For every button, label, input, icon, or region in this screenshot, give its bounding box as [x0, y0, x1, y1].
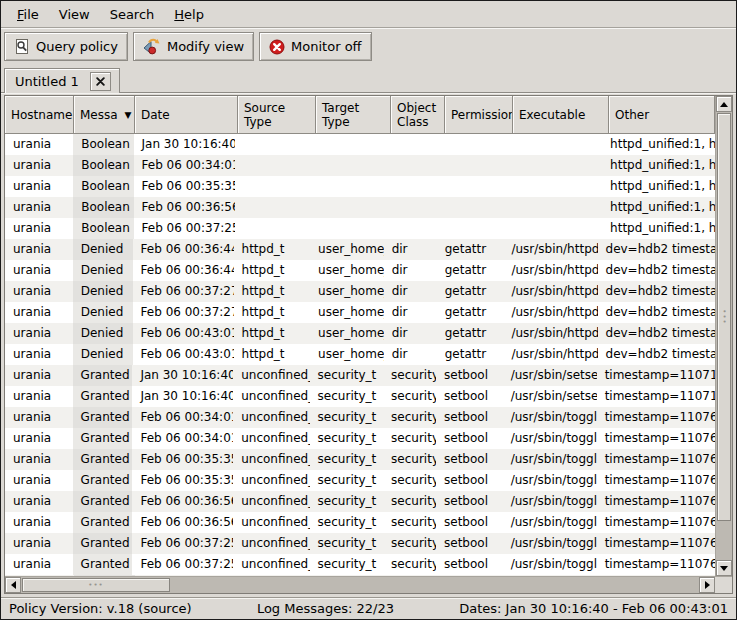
menubar: File View Search Help [1, 1, 736, 28]
table-row[interactable]: uraniaDeniedFeb 06 00:43:01httpd_tuser_h… [5, 344, 715, 365]
cell-source_type: httpd_t [234, 302, 311, 323]
cell-target_type: security_t [310, 512, 383, 533]
cell-message: Granted [73, 491, 133, 512]
column-header-message[interactable]: Messa▼ [74, 96, 135, 134]
cell-target_type: security_t [310, 491, 383, 512]
column-header-permission[interactable]: Permission [445, 96, 513, 134]
cell-target_type [312, 176, 386, 197]
seaudit-window: File View Search Help Query policy Modif… [0, 0, 737, 620]
cell-message: Denied [73, 344, 133, 365]
cell-message: Granted [73, 533, 133, 554]
monitor-off-button[interactable]: Monitor off [259, 32, 371, 61]
cell-object_class: security [383, 491, 436, 512]
table-row[interactable]: uraniaDeniedFeb 06 00:43:01httpd_tuser_h… [5, 323, 715, 344]
cell-message: Granted [73, 470, 133, 491]
cell-source_type: unconfined_ [233, 365, 309, 386]
horizontal-scroll-thumb[interactable]: ••• [22, 578, 170, 592]
menu-help[interactable]: Help [164, 3, 214, 26]
cell-object_class [387, 176, 440, 197]
cell-other: timestamp=11076 [597, 554, 715, 575]
tab-close-button[interactable] [90, 72, 111, 91]
table-row[interactable]: uraniaBooleanFeb 06 00:37:25httpd_unifie… [5, 218, 715, 239]
cell-other: timestamp=11076 [597, 470, 715, 491]
cell-object_class [387, 197, 440, 218]
arrow-down-icon [720, 566, 728, 571]
column-header-executable[interactable]: Executable [513, 96, 609, 134]
table-row[interactable]: uraniaBooleanFeb 06 00:35:35httpd_unifie… [5, 176, 715, 197]
cell-target_type [312, 218, 386, 239]
table-row[interactable]: uraniaGrantedFeb 06 00:35:35unconfined_s… [5, 449, 715, 470]
cell-source_type: httpd_t [234, 323, 311, 344]
modify-view-button[interactable]: Modify view [133, 32, 254, 61]
scroll-up-button[interactable] [716, 96, 732, 112]
cell-hostname: urania [5, 260, 73, 281]
cell-object_class: dir [384, 323, 437, 344]
cell-object_class: security [383, 554, 436, 575]
policy-version-status: Policy Version: v.18 (source) [9, 601, 192, 616]
cell-executable: /usr/sbin/httpd [503, 302, 597, 323]
menu-view[interactable]: View [49, 3, 100, 26]
cell-permission: setbool [436, 365, 503, 386]
column-header-label: Target Type [322, 101, 359, 129]
cell-other: timestamp=11076 [597, 533, 715, 554]
tab-untitled-1[interactable]: Untitled 1 [4, 68, 120, 93]
table-row[interactable]: uraniaDeniedFeb 06 00:37:27httpd_tuser_h… [5, 302, 715, 323]
vertical-scrollbar[interactable]: ••• [715, 96, 732, 576]
cell-object_class: dir [384, 302, 437, 323]
column-header-source_type[interactable]: Source Type [238, 96, 316, 134]
cell-date: Feb 06 00:36:44 [133, 239, 234, 260]
cell-executable: /usr/sbin/httpd [503, 281, 597, 302]
scroll-left-button[interactable] [5, 577, 21, 593]
horizontal-scrollbar[interactable]: ••• [5, 576, 715, 593]
menu-search[interactable]: Search [100, 3, 165, 26]
cell-target_type: security_t [310, 449, 383, 470]
cell-object_class [387, 155, 440, 176]
cell-date: Jan 30 10:16:40 [132, 365, 233, 386]
cell-permission: getattr [437, 323, 504, 344]
table-row[interactable]: uraniaGrantedFeb 06 00:36:56unconfined_s… [5, 512, 715, 533]
table-row[interactable]: uraniaGrantedFeb 06 00:37:25unconfined_s… [5, 533, 715, 554]
scroll-down-button[interactable] [716, 560, 732, 576]
table-row[interactable]: uraniaGrantedFeb 06 00:35:35unconfined_s… [5, 470, 715, 491]
cell-other: httpd_unified:1, h [602, 134, 715, 155]
table-row[interactable]: uraniaGrantedFeb 06 00:34:01unconfined_s… [5, 407, 715, 428]
menu-file[interactable]: File [7, 3, 49, 26]
sort-indicator-icon: ▼ [125, 110, 132, 120]
cell-message: Denied [73, 323, 133, 344]
table-row[interactable]: uraniaDeniedFeb 06 00:36:44httpd_tuser_h… [5, 239, 715, 260]
cell-source_type: unconfined_ [233, 491, 309, 512]
cell-message: Boolean [73, 134, 133, 155]
table-row[interactable]: uraniaGrantedFeb 06 00:37:25unconfined_s… [5, 554, 715, 575]
cell-date: Feb 06 00:36:44 [133, 260, 234, 281]
cell-date: Feb 06 00:34:01 [132, 428, 233, 449]
table-row[interactable]: uraniaDeniedFeb 06 00:37:27httpd_tuser_h… [5, 281, 715, 302]
cell-source_type: unconfined_ [233, 512, 309, 533]
cell-source_type [235, 155, 312, 176]
table-row[interactable]: uraniaBooleanFeb 06 00:36:56httpd_unifie… [5, 197, 715, 218]
column-header-other[interactable]: Other [609, 96, 715, 134]
vertical-scroll-thumb[interactable]: ••• [717, 113, 731, 521]
cell-hostname: urania [5, 302, 73, 323]
table-row[interactable]: uraniaGrantedFeb 06 00:36:56unconfined_s… [5, 491, 715, 512]
cell-target_type: user_home_ [310, 302, 384, 323]
query-policy-button[interactable]: Query policy [4, 32, 128, 61]
table-row[interactable]: uraniaGrantedJan 30 10:16:40unconfined_s… [5, 386, 715, 407]
grip-icon: ••• [88, 583, 103, 587]
arrow-up-icon [720, 102, 728, 107]
cell-permission [440, 176, 507, 197]
column-header-date[interactable]: Date [135, 96, 238, 134]
cell-executable: /usr/sbin/toggle [503, 470, 597, 491]
column-header-target_type[interactable]: Target Type [316, 96, 391, 134]
cell-permission: setbool [436, 428, 503, 449]
table-row[interactable]: uraniaBooleanJan 30 10:16:40httpd_unifie… [5, 134, 715, 155]
table-row[interactable]: uraniaBooleanFeb 06 00:34:01httpd_unifie… [5, 155, 715, 176]
table-row[interactable]: uraniaGrantedJan 30 10:16:40unconfined_s… [5, 365, 715, 386]
cell-hostname: urania [5, 344, 73, 365]
table-row[interactable]: uraniaDeniedFeb 06 00:36:44httpd_tuser_h… [5, 260, 715, 281]
column-header-object_class[interactable]: Object Class [391, 96, 445, 134]
cell-object_class: dir [384, 344, 437, 365]
cell-message: Denied [73, 239, 133, 260]
scroll-right-button[interactable] [699, 577, 715, 593]
table-row[interactable]: uraniaGrantedFeb 06 00:34:01unconfined_s… [5, 428, 715, 449]
column-header-hostname[interactable]: Hostname [5, 96, 74, 134]
